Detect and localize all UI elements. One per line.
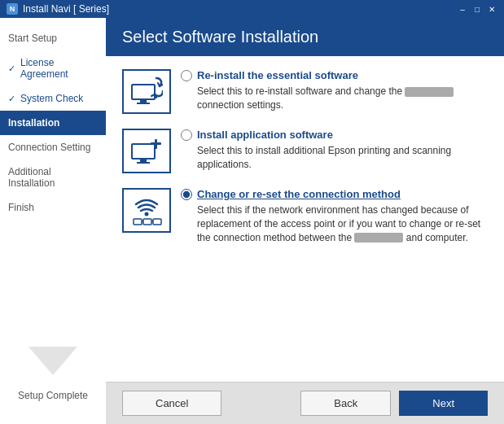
option-change-connection-text: Change or re-set the connection method S… [181, 188, 488, 244]
sidebar-item-label: Installation [8, 117, 59, 129]
sidebar-item-system-check[interactable]: ✓ System Check [0, 86, 106, 111]
sidebar: Start Setup ✓ License Agreement ✓ System… [0, 18, 106, 424]
titlebar-title: Install Navi [ Series] [23, 3, 109, 15]
option-label-row: Re-install the essential software [181, 69, 488, 81]
sidebar-item-label: Connection Setting [8, 142, 90, 153]
arrow-down-icon [28, 347, 77, 375]
footer: Cancel Back Next [106, 382, 504, 424]
option-reinstall: Re-install the essential software Select… [122, 69, 488, 114]
option-install-app-title: Install application software [197, 129, 333, 141]
titlebar-controls[interactable]: – □ ✕ [457, 3, 497, 15]
sidebar-item-connection[interactable]: Connection Setting [0, 135, 106, 160]
option-change-connection: Change or re-set the connection method S… [122, 188, 488, 244]
svg-rect-0 [132, 85, 155, 99]
sidebar-item-start-setup[interactable]: Start Setup [0, 26, 106, 50]
svg-rect-5 [137, 162, 150, 164]
change-connection-icon [129, 195, 164, 227]
svg-rect-7 [151, 142, 161, 145]
maximize-button[interactable]: □ [471, 3, 483, 15]
option-install-app: Install application software Select this… [122, 129, 488, 173]
svg-rect-3 [132, 144, 155, 159]
svg-rect-4 [140, 159, 147, 162]
reinstall-icon-box [122, 69, 171, 114]
reinstall-icon [130, 76, 163, 107]
blurred-text-2 [354, 233, 403, 243]
option-install-app-text: Install application software Select this… [181, 129, 488, 172]
svg-rect-1 [140, 99, 147, 103]
option-label-row: Change or re-set the connection method [181, 188, 488, 200]
option-reinstall-desc: Select this to re-install software and c… [197, 85, 488, 112]
cancel-button[interactable]: Cancel [122, 391, 221, 416]
check-icon: ✓ [8, 94, 15, 104]
sidebar-item-finish[interactable]: Finish [0, 195, 106, 220]
svg-rect-2 [137, 103, 150, 104]
main-container: Start Setup ✓ License Agreement ✓ System… [0, 18, 504, 424]
option-change-connection-title: Change or re-set the connection method [197, 188, 401, 200]
sidebar-item-label: System Check [20, 93, 83, 104]
blurred-text [405, 87, 454, 97]
svg-rect-10 [143, 219, 151, 225]
check-icon: ✓ [8, 63, 15, 74]
sidebar-item-license[interactable]: ✓ License Agreement [0, 50, 106, 86]
close-button[interactable]: ✕ [486, 3, 497, 15]
sidebar-item-additional[interactable]: Additional Installation [0, 160, 106, 195]
option-reinstall-title: Re-install the essential software [197, 69, 358, 81]
install-icon-box [122, 129, 171, 173]
titlebar-left: N Install Navi [ Series] [7, 3, 109, 15]
svg-rect-9 [134, 219, 142, 225]
content-area: Select Software Installation [106, 18, 504, 424]
options-area: Re-install the essential software Select… [106, 56, 504, 382]
sidebar-item-setup-complete: Setup Complete [0, 383, 106, 408]
option-install-app-desc: Select this to install additional Epson … [197, 144, 488, 172]
radio-change-connection[interactable] [181, 189, 192, 200]
titlebar: N Install Navi [ Series] – □ ✕ [0, 0, 504, 18]
radio-reinstall[interactable] [181, 70, 192, 81]
svg-point-8 [145, 212, 149, 216]
install-app-icon [130, 136, 163, 167]
sidebar-item-installation[interactable]: Installation [0, 111, 106, 135]
app-icon: N [7, 3, 18, 15]
sidebar-item-label: Additional Installation [8, 166, 98, 189]
next-button[interactable]: Next [399, 391, 488, 416]
content-header: Select Software Installation [106, 18, 504, 56]
option-change-connection-desc: Select this if the network environment h… [197, 203, 488, 244]
sidebar-item-label: License Agreement [20, 57, 98, 80]
sidebar-item-label: Start Setup [8, 33, 57, 44]
radio-install-app[interactable] [181, 129, 192, 141]
change-connection-icon-box [122, 188, 171, 233]
option-label-row: Install application software [181, 129, 488, 141]
minimize-button[interactable]: – [457, 3, 468, 15]
back-button[interactable]: Back [300, 391, 391, 416]
option-reinstall-text: Re-install the essential software Select… [181, 69, 488, 112]
svg-rect-11 [153, 219, 161, 225]
footer-right: Back Next [300, 391, 488, 416]
sidebar-item-label: Finish [8, 202, 34, 213]
